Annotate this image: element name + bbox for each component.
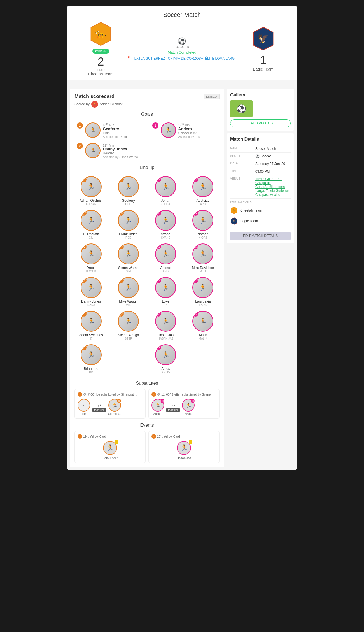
- player-num-0: 48: [81, 177, 87, 182]
- lineup-player-9: 🏃 34 Simon Warne SIM: [112, 243, 145, 273]
- player-sub-14: LOKE: [162, 303, 169, 306]
- svg-text:🦅: 🦅: [258, 33, 269, 44]
- goal-item: 1 🏃 13th Min Geoferry Chip Assisted by D…: [74, 120, 144, 141]
- goal-assist-1: Assisted by Drook: [103, 135, 128, 138]
- sub-time-text-2: 11' 00" Steffen substituted by Svane :: [161, 393, 213, 396]
- sub-item-2: 1 ⏱ 11' 00" Steffen substituted by Svane…: [148, 389, 220, 419]
- player-avatar-9: 🏃 34: [118, 243, 139, 264]
- cheetah-team: 🐆 WINNER 2 GOALS Cheetah Team: [76, 21, 126, 76]
- player-num-4: 23: [81, 211, 87, 216]
- events-container: 1 19' : Yellow Card 🏃 Frank linden 1: [74, 431, 220, 463]
- sub-arrow-2: ⇄ TACTICAL: [166, 403, 180, 412]
- scored-by: Scored by 🏃 Adrian Gilchrist: [74, 101, 220, 108]
- tactical-2: TACTICAL: [166, 408, 180, 412]
- sub-out-player-1: jo joe: [78, 399, 90, 415]
- left-goals: 1 🏃 13th Min Geoferry Chip Assisted by D…: [74, 120, 144, 161]
- lineup-player-15: 🏃 234 Lars pavia LARS: [186, 277, 220, 306]
- goal-player-img-r1: 🏃: [161, 122, 176, 138]
- left-panel: Match scorecard EMBED Scored by 🏃 Adrian…: [70, 89, 224, 467]
- event-player-name-1: Frank linden: [102, 456, 119, 460]
- player-avatar-18: 🏃 32: [155, 311, 176, 332]
- player-sub-12: DANJ: [87, 303, 95, 306]
- player-name-13: Mike Waugh: [119, 299, 137, 303]
- player-name-15: Lars pavia: [195, 299, 211, 303]
- add-photos-button[interactable]: + ADD PHOTOS: [230, 119, 291, 127]
- player-avatar-19: 🏃 32: [192, 311, 213, 332]
- yellow-card-2: [189, 440, 192, 444]
- player-avatar-14: 🏃 23: [155, 277, 176, 298]
- detail-time: TIME 03:00 PM: [230, 168, 291, 175]
- player-name-17: Stefen Waugh: [118, 333, 139, 337]
- goal-assist-2: Assisted by Simon Warne: [103, 155, 138, 159]
- player-avatar-22: 🏃 43: [155, 344, 176, 365]
- player-avatar-1: 🏃 236: [118, 176, 139, 197]
- score-center: ⚽ SOCCER Match Completed 📍 TUXTLA GUTIER…: [126, 37, 238, 61]
- player-name-4: Gill mcrath: [83, 232, 99, 236]
- sub-out-name-2: Steffen: [153, 412, 162, 415]
- sub-team-badge-1: 1: [78, 392, 82, 397]
- player-name-11: Mika Davidson: [192, 266, 214, 270]
- player-sub-17: STEF: [125, 337, 132, 340]
- cheetah-name: Cheetah Team: [88, 72, 114, 76]
- detail-date: DATE Saturday 27 Jun '20: [230, 160, 291, 168]
- match-details-section: Match Details NAME Soccer Match SPORT ⚽ …: [227, 133, 294, 243]
- player-sub-22: AMOS: [162, 371, 170, 374]
- lineup-player-8: 🏃 93 Drook DROOK: [74, 243, 108, 273]
- player-sub-5: REE: [125, 236, 131, 239]
- event-player-1: 🏃 Frank linden: [78, 441, 143, 460]
- lineup-player-14: 🏃 23 Loke LOKE: [149, 277, 182, 306]
- player-name-2: Johan: [161, 199, 170, 203]
- edit-match-details-button[interactable]: EDIT MATCH DETAILS: [230, 232, 291, 240]
- detail-venue: VENUE Tuxtla Gutierrez – Chiapa de Corzo…: [230, 175, 291, 199]
- event-time-1: 19' : Yellow Card: [83, 435, 106, 438]
- sub-in-player-1: 🏃 23 Gill mcra...: [108, 399, 122, 415]
- scored-by-label: Scored by: [74, 102, 90, 106]
- goal-player-name-2: Danny Jones: [103, 147, 138, 151]
- player-name-10: Anders: [160, 266, 171, 270]
- player-avatar-2: 🏃 34: [155, 176, 176, 197]
- player-sub-10: AND: [163, 270, 169, 273]
- scorecard-header: Match scorecard EMBED: [74, 94, 220, 99]
- player-sub-4: GIL: [89, 236, 93, 239]
- cheetah-part-logo: 🐆: [230, 206, 238, 214]
- player-sub-7: NIORS: [199, 236, 207, 239]
- sub-out-name-1: joe: [82, 412, 86, 415]
- player-avatar-13: 🏃 13: [118, 277, 139, 298]
- substitutes-container: 1 ⏱ 9' 00" joe substituted by Gill mcrat…: [74, 389, 220, 419]
- lineup-player-1: 🏃 236 Geoferry GEO: [112, 176, 145, 206]
- sub-players-2: 🏃 345 Steffen ⇄ TACTICAL 🏃: [151, 399, 216, 415]
- soccer-ball-icon: ⚽: [178, 37, 186, 45]
- eagle-logo: 🦅: [251, 26, 276, 51]
- participant-eagle: 🦅 Eagle Team: [230, 216, 291, 226]
- player-name-6: Svane: [161, 232, 171, 236]
- goal-player-name-r1: Anders: [178, 127, 202, 131]
- sub-in-name-2: Svane: [184, 412, 192, 415]
- event-header-1: 1 19' : Yellow Card: [78, 434, 143, 439]
- embed-button[interactable]: EMBED: [204, 94, 220, 99]
- gallery-image: ⚽: [230, 100, 253, 117]
- goal-player-name-1: Geoferry: [103, 127, 128, 131]
- event-avatar-1: 🏃: [103, 441, 117, 455]
- goal-min-1: 13th Min: [103, 122, 128, 127]
- sub-in-player-2: 🏃 42 Svane: [182, 399, 195, 415]
- event-player-name-2: Hasan Jas: [177, 456, 191, 460]
- player-sub-3: APU: [200, 203, 206, 206]
- event-header-2: 1 23' : Yellow Card: [151, 434, 216, 439]
- main-content: Match scorecard EMBED Scored by 🏃 Adrian…: [67, 86, 297, 470]
- sub-time-text-1: 9' 00" joe substituted by Gill mcrath :: [87, 393, 137, 396]
- participant-cheetah: 🐆 Cheetah Team: [230, 205, 291, 216]
- lineup-player-10: 🏃 245 Anders AND: [149, 243, 182, 273]
- event-team-2: 1: [151, 434, 156, 439]
- event-item-2: 1 23' : Yellow Card 🏃 Hasan Jas: [148, 431, 220, 463]
- scorer-avatar: 🏃: [91, 101, 98, 108]
- event-avatar-2: 🏃: [177, 441, 191, 455]
- player-avatar-8: 🏃 93: [81, 243, 102, 264]
- eagle-team: 🦅 1 Eagle Team: [238, 26, 288, 71]
- player-sub-20: BR: [89, 371, 93, 374]
- sub-time-2: 1 ⏱ 11' 00" Steffen substituted by Svane…: [151, 392, 216, 397]
- player-sub-19: MALIK: [199, 337, 207, 340]
- player-sub-18: HASAN JAS: [158, 337, 174, 340]
- event-player-2: 🏃 Hasan Jas: [151, 441, 216, 460]
- player-num-12: 35: [81, 278, 87, 283]
- lineup-player-2: 🏃 34 Johan JO9HA: [149, 176, 182, 206]
